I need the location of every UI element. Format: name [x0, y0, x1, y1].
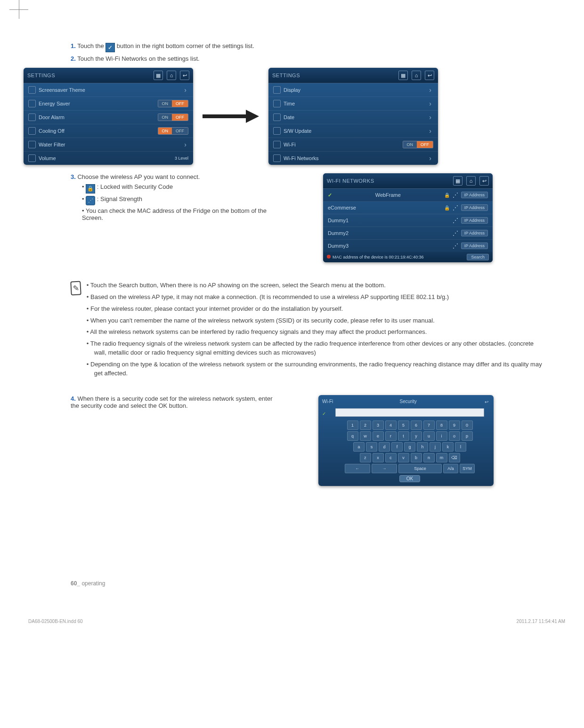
settings-row[interactable]: Door AlarmONOFF: [24, 111, 193, 124]
row-label: S/W Update: [284, 128, 311, 134]
alt-key[interactable]: A/a: [443, 464, 458, 473]
step-3-signal: ⋰ : Signal Strength: [82, 195, 273, 206]
settings-row[interactable]: Time›: [268, 97, 438, 111]
keyboard-key[interactable]: 7: [423, 421, 435, 430]
security-input[interactable]: [335, 408, 484, 417]
keyboard-key[interactable]: u: [423, 431, 435, 441]
step-3-lock: 🔒 : Locked with Security Code: [82, 183, 273, 194]
keyboard-key[interactable]: 3: [373, 421, 384, 430]
keyboard-key[interactable]: e: [373, 431, 384, 441]
step-3-lock-text: : Locked with Security Code: [97, 183, 173, 190]
keyboard-key[interactable]: t: [398, 431, 409, 441]
settings-row[interactable]: Water Filter›: [24, 138, 193, 152]
arrow-icon: [203, 111, 259, 122]
wifi-network-row[interactable]: WebFrame🔒⋰IP Address: [323, 189, 493, 202]
back-icon[interactable]: ↩: [180, 71, 189, 80]
back-icon[interactable]: ↩: [479, 176, 489, 186]
wifi-network-row[interactable]: eCommerse🔒⋰IP Address: [323, 202, 493, 214]
keyboard-key[interactable]: a: [353, 442, 365, 452]
home-icon[interactable]: ⌂: [466, 176, 476, 186]
save-icon[interactable]: ▦: [154, 71, 163, 80]
save-icon[interactable]: ▦: [398, 71, 408, 80]
keyboard-key[interactable]: 2: [360, 421, 371, 430]
keyboard-key[interactable]: 5: [398, 421, 409, 430]
key-right[interactable]: →: [372, 464, 397, 473]
home-icon[interactable]: ⌂: [167, 71, 176, 80]
keyboard-key[interactable]: h: [417, 442, 428, 452]
settings-row[interactable]: Wi-Fi Networks›: [268, 152, 438, 165]
settings-row[interactable]: Date›: [268, 111, 438, 124]
keyboard-key[interactable]: ⌫: [449, 453, 460, 462]
keyboard-key[interactable]: i: [436, 431, 447, 441]
search-button[interactable]: Search: [467, 254, 489, 260]
keyboard-key[interactable]: f: [391, 442, 403, 452]
note-item: Depending on the type & location of the …: [87, 360, 546, 378]
step-4-number: 4.: [71, 395, 76, 402]
toggle[interactable]: ONOFF: [158, 127, 189, 135]
wifi-network-row[interactable]: Dummy3⋰IP Address: [323, 240, 493, 252]
space-key[interactable]: Space: [398, 464, 442, 473]
keyboard-key[interactable]: 1: [347, 421, 358, 430]
keyboard-key[interactable]: d: [379, 442, 390, 452]
settings-row[interactable]: Cooling OffONOFF: [24, 124, 193, 138]
settings-row[interactable]: S/W Update›: [268, 124, 438, 138]
ip-address-button[interactable]: IP Address: [461, 230, 488, 236]
key-left[interactable]: ←: [345, 464, 370, 473]
note-item: The radio frequency signals of the wirel…: [87, 340, 546, 357]
keyboard-key[interactable]: 9: [449, 421, 460, 430]
back-icon[interactable]: ↩: [425, 71, 434, 80]
step-2-text: Touch the Wi-Fi Networks on the settings…: [77, 55, 199, 62]
notes-list: Touch the Search button, When there is n…: [87, 281, 546, 381]
keyboard-key[interactable]: l: [455, 442, 466, 452]
keyboard-key[interactable]: b: [411, 453, 422, 462]
print-marks: DA68-02500B-EN.indd 60 2011.2.17 11:54:4…: [0, 606, 584, 633]
settings-row[interactable]: Display›: [268, 83, 438, 97]
ip-address-button[interactable]: IP Address: [461, 217, 488, 224]
settings-row[interactable]: Energy SaverONOFF: [24, 97, 193, 111]
ip-address-button[interactable]: IP Address: [461, 192, 488, 198]
keyboard-rows: 1234567890qwertyuiopasdfghjklzxcvbnm⌫: [329, 421, 491, 462]
keyboard-key[interactable]: g: [404, 442, 415, 452]
ip-address-button[interactable]: IP Address: [461, 204, 488, 211]
sym-key[interactable]: SYM: [460, 464, 475, 473]
settings-row[interactable]: Screensaver Theme›: [24, 83, 193, 97]
lock-icon: 🔒: [86, 184, 95, 194]
wifi-network-row[interactable]: Dummy2⋰IP Address: [323, 227, 493, 240]
keyboard-key[interactable]: q: [347, 431, 358, 441]
settings-row[interactable]: Wi-FiONOFF: [268, 138, 438, 152]
keyboard-key[interactable]: k: [442, 442, 454, 452]
keyboard-key[interactable]: p: [462, 431, 473, 441]
keyboard-key[interactable]: c: [385, 453, 397, 462]
wifi-icon: [273, 141, 281, 148]
keyboard-key[interactable]: 6: [411, 421, 422, 430]
keyboard-key[interactable]: n: [423, 453, 435, 462]
back-icon[interactable]: ↩: [483, 399, 490, 405]
toggle[interactable]: ONOFF: [403, 141, 434, 148]
keyboard-key[interactable]: 8: [436, 421, 447, 430]
keyboard-key[interactable]: j: [430, 442, 441, 452]
keyboard-key[interactable]: r: [385, 431, 397, 441]
toggle[interactable]: ONOFF: [158, 100, 189, 107]
keyboard-key[interactable]: 4: [385, 421, 397, 430]
keyboard-key[interactable]: o: [449, 431, 460, 441]
ip-address-button[interactable]: IP Address: [461, 243, 488, 249]
keyboard-panel: Wi-Fi Security ↩ ✓ 1234567890qwertyuiopa…: [318, 395, 494, 486]
save-icon[interactable]: ▦: [453, 176, 462, 186]
keyboard-key[interactable]: x: [373, 453, 384, 462]
settings-row[interactable]: Volume3 Level: [24, 152, 193, 165]
home-icon[interactable]: ⌂: [412, 71, 421, 80]
wifi-network-row[interactable]: Dummy1⋰IP Address: [323, 214, 493, 227]
step-4: 4. When there is a security code set for…: [71, 395, 273, 409]
row-label: Volume: [39, 155, 56, 161]
keyboard-key[interactable]: s: [366, 442, 377, 452]
keyboard-key[interactable]: w: [360, 431, 371, 441]
note-box: ✎ Touch the Search button, When there is…: [71, 281, 546, 381]
ok-button[interactable]: OK: [399, 475, 420, 482]
keyboard-key[interactable]: z: [360, 453, 371, 462]
keyboard-key[interactable]: y: [411, 431, 422, 441]
keyboard-key[interactable]: m: [436, 453, 447, 462]
toggle[interactable]: ONOFF: [158, 113, 189, 121]
keyboard-key[interactable]: v: [398, 453, 409, 462]
mac-address-text: MAC address of the device is 00:21:19:4C…: [327, 255, 424, 259]
keyboard-key[interactable]: 0: [462, 421, 473, 430]
